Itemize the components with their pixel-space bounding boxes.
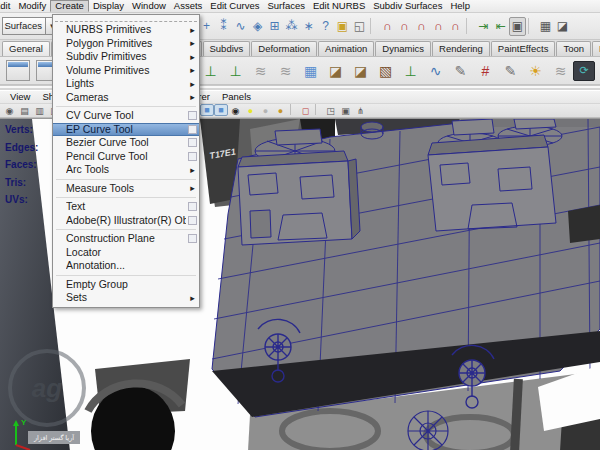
create-menu-item-arc-tools[interactable]: Arc Tools [53,163,199,177]
menu-assets[interactable]: Assets [170,0,207,12]
shelf-tab-rendering[interactable]: Rendering [432,41,490,56]
create-menu-item-empty-group[interactable]: Empty Group [53,278,199,292]
snap-to-grids-icon[interactable]: ∩ [379,17,396,36]
make-live-icon[interactable]: ∩ [447,17,464,36]
menu-item-accessory[interactable] [186,52,199,62]
create-menu-item-cv-curve-tool[interactable]: CV Curve Tool [53,109,199,123]
create-menu-item-annotation[interactable]: Annotation... [53,259,199,273]
menu-item-accessory[interactable] [186,216,199,225]
menu-item-accessory[interactable] [186,138,199,147]
create-menu-item-volume-primitives[interactable]: Volume Primitives [53,64,199,78]
film-gate-icon[interactable]: ▤ [17,104,32,117]
shelf-subdiv-plane-icon[interactable]: ◪ [323,59,348,83]
shelf-curve-icon[interactable]: ∿ [423,59,448,83]
shelf-subdiv-plane-2-icon[interactable]: ◪ [348,59,373,83]
menu-item-accessory[interactable] [186,125,199,134]
xray-display-icon[interactable]: ◳ [323,104,338,117]
camera-attributes-icon[interactable]: ◉ [2,104,17,117]
lock-selection-icon[interactable]: ▣ [334,17,351,36]
select-surfaces-icon[interactable]: ◈ [249,17,266,36]
menu-set-selector[interactable]: Surfaces [2,17,46,35]
create-menu-item-adobe-r-illustrator-r-object[interactable]: Adobe(R) Illustrator(R) Object... [53,214,199,228]
menu-tearoff-handle[interactable] [55,15,197,22]
shelf-spray-icon[interactable]: ≋ [248,59,273,83]
shelf-crate-icon[interactable]: ▧ [373,59,398,83]
menu-surfaces[interactable]: Surfaces [263,0,309,12]
create-menu-item-lights[interactable]: Lights [53,77,199,91]
menu-modify[interactable]: Modify [14,0,50,12]
render-current-frame-icon[interactable]: ▦ [537,17,554,36]
menu-item-accessory[interactable] [186,183,199,193]
create-menu-item-subdiv-primitives[interactable]: Subdiv Primitives [53,50,199,64]
shelf-notes-icon[interactable]: ✎ [448,59,473,83]
image-plane-icon[interactable]: ▣ [338,104,353,117]
shelf-spray-2-icon[interactable]: ≋ [273,59,298,83]
menu-item-accessory[interactable] [186,111,199,120]
default-material-icon[interactable]: ● [258,104,273,117]
menu-item-accessory[interactable] [186,38,199,48]
ipr-render-icon[interactable]: ◪ [554,17,571,36]
create-menu-item-nurbs-primitives[interactable]: NURBS Primitives [53,23,199,37]
shelf-notes-2-icon[interactable]: ✎ [498,59,523,83]
menu-item-accessory[interactable] [186,79,199,89]
select-dynamics-icon[interactable]: ⁂ [283,17,300,36]
menu-create[interactable]: Create [50,0,89,12]
shelf-sun-icon[interactable]: ☀ [523,59,548,83]
select-misc-icon[interactable]: ? [317,17,334,36]
create-menu-item-construction-plane[interactable]: Construction Plane [53,232,199,246]
create-menu-item-cameras[interactable]: Cameras [53,91,199,105]
highlight-selection-icon[interactable]: ◱ [351,17,368,36]
shelf-tab-dynamics[interactable]: Dynamics [375,41,431,56]
menu-item-accessory[interactable] [186,293,199,303]
menu-item-accessory[interactable] [186,65,199,75]
panel-menu-view[interactable]: View [4,91,36,103]
menu-item-accessory[interactable] [186,25,199,35]
separations-icon[interactable]: ⋔ [353,104,368,117]
use-all-lights-icon[interactable]: ● [243,104,258,117]
snap-to-points-icon[interactable]: ∩ [413,17,430,36]
textured-display-icon[interactable]: ◉ [228,104,243,117]
create-menu-item-ep-curve-tool[interactable]: EP Curve Tool [53,123,199,137]
shelf-panel-layout-icon[interactable] [6,60,30,81]
shelf-rendertime-icon[interactable]: ⟳ [573,61,595,81]
create-menu-item-locator[interactable]: Locator [53,246,199,260]
shelf-wire-cube-icon[interactable]: ▦ [298,59,323,83]
input-connections-icon[interactable]: ⇥ [475,17,492,36]
wireframe-cube-icon[interactable]: ■ [200,104,214,116]
shelf-tab-animation[interactable]: Animation [318,41,374,56]
panel-menu-panels[interactable]: Panels [216,91,257,103]
snap-to-curves-icon[interactable]: ∩ [396,17,413,36]
menu-edit-curves[interactable]: Edit Curves [206,0,263,12]
menu-display[interactable]: Display [89,0,128,12]
create-menu-item-measure-tools[interactable]: Measure Tools [53,182,199,196]
shelf-axis-tool-2-icon[interactable]: ⊥ [223,59,248,83]
shelf-tab-general[interactable]: General [2,41,50,56]
create-menu-item-text[interactable]: Text [53,200,199,214]
menu-item-accessory[interactable] [186,152,199,161]
menu-window[interactable]: Window [128,0,170,12]
menu-edit-nurbs[interactable]: Edit NURBS [309,0,369,12]
shelf-spray-3-icon[interactable]: ≋ [548,59,573,83]
shelf-tab-toon[interactable]: Toon [556,41,591,56]
select-curves-icon[interactable]: ∿ [232,17,249,36]
isolate-select-icon[interactable]: ◻ [298,104,313,117]
create-menu-item-polygon-primitives[interactable]: Polygon Primitives [53,37,199,51]
gold-material-icon[interactable]: ● [273,104,288,117]
shelf-tab-subdivs[interactable]: Subdivs [203,41,251,56]
select-by-object-icon[interactable]: ⁑ [215,17,232,36]
create-menu-item-pencil-curve-tool[interactable]: Pencil Curve Tool [53,150,199,164]
output-connections-icon[interactable]: ⇤ [492,17,509,36]
select-deformations-icon[interactable]: ⊞ [266,17,283,36]
construction-history-icon[interactable]: ▣ [509,17,526,36]
shelf-tab-deformation[interactable]: Deformation [251,41,317,56]
menu-help[interactable]: Help [446,0,474,12]
shelf-measure-icon[interactable]: # [473,59,498,83]
snap-to-view-planes-icon[interactable]: ∩ [430,17,447,36]
menu-item-accessory[interactable] [186,92,199,102]
menu-item-accessory[interactable] [186,165,199,175]
create-menu-item-sets[interactable]: Sets [53,291,199,305]
select-by-hierarchy-icon[interactable]: + [198,17,215,36]
menu-edit[interactable]: Edit [0,0,14,12]
shaded-cube-icon[interactable]: ■ [214,104,228,116]
menu-item-accessory[interactable] [186,234,199,243]
